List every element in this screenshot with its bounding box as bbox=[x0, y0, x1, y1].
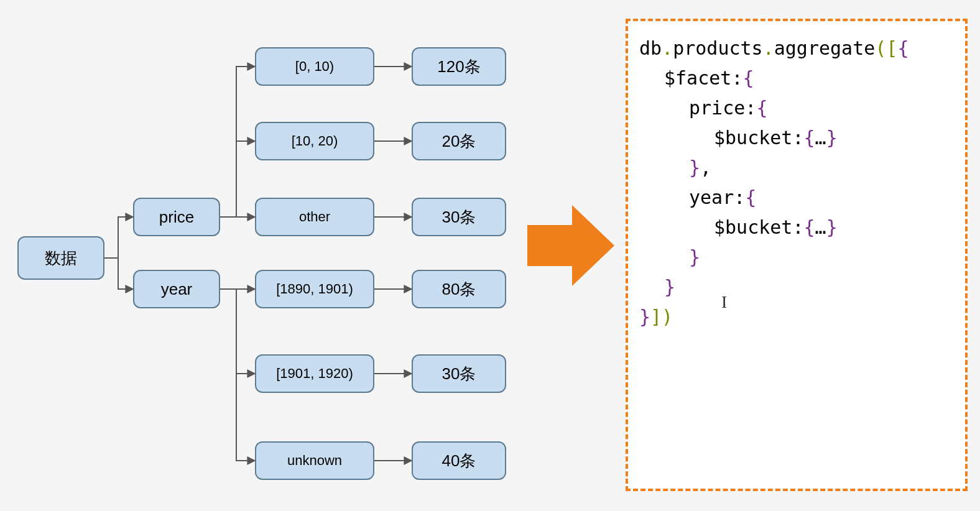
bucket-range: [1901, 1920) bbox=[276, 366, 353, 382]
node-price-bucket-1: [10, 20) bbox=[255, 122, 374, 160]
bucket-count: 30条 bbox=[442, 363, 476, 385]
code-token: $bucket bbox=[714, 127, 792, 149]
code-line: db.products.aggregate([{ bbox=[639, 34, 954, 63]
bucket-count: 120条 bbox=[437, 56, 480, 78]
code-line: $bucket:{…} bbox=[639, 123, 954, 153]
node-price-bucket-2: other bbox=[255, 198, 374, 236]
code-token: year bbox=[689, 186, 734, 208]
text-cursor-icon: I bbox=[721, 292, 727, 312]
bucket-range: [1890, 1901) bbox=[276, 281, 353, 297]
node-year-count-2: 40条 bbox=[412, 441, 506, 480]
code-line: year:{ bbox=[639, 183, 954, 213]
code-line: $facet:{ bbox=[639, 63, 954, 93]
code-line: }]) bbox=[639, 302, 954, 332]
node-year-label: year bbox=[161, 280, 193, 299]
node-price-count-2: 30条 bbox=[412, 198, 506, 236]
bucket-range: other bbox=[299, 209, 330, 225]
code-token: price bbox=[689, 97, 745, 119]
bucket-range: unknown bbox=[287, 453, 342, 469]
code-panel: db.products.aggregate([{ $facet:{ price:… bbox=[626, 19, 968, 491]
bucket-range: [10, 20) bbox=[292, 133, 338, 149]
node-year-bucket-1: [1901, 1920) bbox=[255, 354, 374, 393]
code-line: price:{ bbox=[639, 93, 954, 123]
bucket-count: 30条 bbox=[442, 206, 476, 228]
code-line: } bbox=[639, 242, 954, 272]
code-line: $bucket:{…} bbox=[639, 213, 954, 242]
node-price-count-1: 20条 bbox=[412, 122, 506, 160]
code-token: aggregate bbox=[774, 37, 876, 59]
code-token: products bbox=[673, 37, 763, 59]
node-price-bucket-0: [0, 10) bbox=[255, 47, 374, 86]
node-year-bucket-2: unknown bbox=[255, 441, 374, 480]
arrow-icon bbox=[527, 205, 614, 286]
code-token: $bucket bbox=[714, 216, 792, 238]
node-root: 数据 bbox=[17, 236, 104, 280]
node-year-bucket-0: [1890, 1901) bbox=[255, 270, 374, 308]
diagram-canvas: 数据 price year [0, 10) [10, 20) other [18… bbox=[0, 0, 980, 511]
code-token: db bbox=[639, 37, 662, 59]
bucket-range: [0, 10) bbox=[295, 58, 334, 75]
node-price: price bbox=[133, 198, 220, 236]
node-price-label: price bbox=[159, 208, 194, 227]
node-root-label: 数据 bbox=[45, 247, 77, 269]
bucket-count: 80条 bbox=[442, 279, 476, 300]
bucket-count: 20条 bbox=[442, 131, 476, 152]
node-price-count-0: 120条 bbox=[412, 47, 506, 86]
code-token: $facet bbox=[664, 67, 731, 89]
code-line: } bbox=[639, 272, 954, 302]
node-year: year bbox=[133, 270, 220, 308]
code-line: }, bbox=[639, 153, 954, 183]
bucket-count: 40条 bbox=[442, 450, 476, 472]
code-token: … bbox=[815, 127, 826, 149]
node-year-count-0: 80条 bbox=[412, 270, 506, 308]
code-token: … bbox=[815, 216, 826, 238]
node-year-count-1: 30条 bbox=[412, 354, 506, 393]
